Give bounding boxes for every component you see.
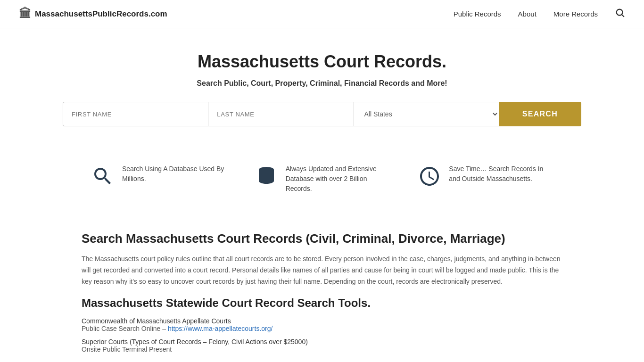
main-content: Search Massachusetts Court Records (Civi… (63, 213, 581, 362)
search-button[interactable]: SEARCH (499, 102, 581, 126)
last-name-input[interactable] (208, 102, 353, 126)
list-item: Commonwealth of Massachusetts Appellate … (82, 317, 562, 332)
features-section: Search Using A Database Used By Millions… (63, 159, 581, 213)
tools-heading: Massachusetts Statewide Court Record Sea… (82, 296, 562, 310)
first-name-input[interactable] (63, 102, 208, 126)
clock-icon (418, 165, 441, 192)
appellate-title: Commonwealth of Massachusetts Appellate … (82, 317, 562, 325)
appellate-sub: Public Case Search Online – https://www.… (82, 325, 562, 332)
state-select[interactable]: All StatesAlabamaAlaskaArizonaArkansasCa… (354, 102, 499, 126)
building-icon: 🏛 (19, 7, 31, 21)
superior-sub: Onsite Public Terminal Present (82, 346, 562, 353)
site-header: 🏛 MassachusettsPublicRecords.com Public … (0, 0, 644, 28)
feature-database: Always Updated and Extensive Database wi… (255, 164, 390, 194)
appellate-link[interactable]: https://www.ma-appellatecourts.org/ (168, 325, 273, 332)
search-form: All StatesAlabamaAlaskaArizonaArkansasCa… (63, 102, 581, 126)
nav-more-records[interactable]: More Records (553, 10, 598, 18)
feature-search-text: Search Using A Database Used By Millions… (122, 164, 226, 184)
site-logo[interactable]: 🏛 MassachusettsPublicRecords.com (19, 7, 167, 21)
hero-subtitle: Search Public, Court, Property, Criminal… (9, 79, 635, 88)
nav-about[interactable]: About (518, 10, 537, 18)
court-records-body: The Massachusetts court policy rules out… (82, 254, 562, 287)
main-nav: Public Records About More Records (454, 8, 625, 20)
feature-database-text: Always Updated and Extensive Database wi… (286, 164, 390, 194)
magnifier-icon (91, 165, 115, 192)
page-title: Massachusetts Court Records. (9, 52, 635, 72)
logo-text: MassachusettsPublicRecords.com (35, 9, 167, 19)
list-item: Superior Courts (Types of Court Records … (82, 338, 562, 353)
svg-line-1 (622, 15, 624, 16)
feature-search: Search Using A Database Used By Millions… (91, 164, 226, 192)
superior-title: Superior Courts (Types of Court Records … (82, 338, 562, 346)
nav-public-records[interactable]: Public Records (454, 10, 501, 18)
feature-time: Save Time… Search Records In and Outside… (418, 164, 553, 192)
hero-section: Massachusetts Court Records. Search Publ… (0, 28, 644, 159)
database-icon (255, 165, 278, 192)
search-icon[interactable] (615, 8, 625, 20)
feature-time-text: Save Time… Search Records In and Outside… (449, 164, 553, 184)
court-records-heading: Search Massachusetts Court Records (Civi… (82, 231, 562, 246)
